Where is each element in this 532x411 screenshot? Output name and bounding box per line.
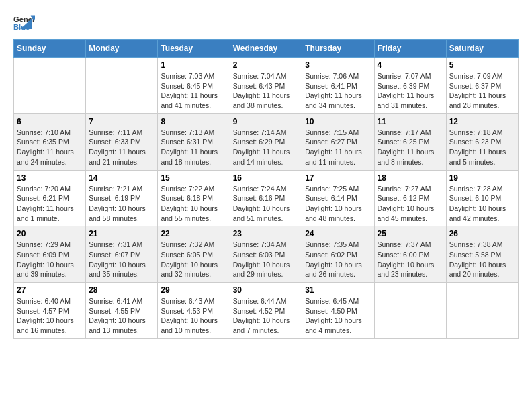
sunrise-text: Sunrise: 7:32 AM — [161, 240, 226, 250]
sunset-text: Sunset: 6:09 PM — [17, 250, 83, 260]
day-number: 23 — [233, 229, 300, 238]
weekday-header-friday: Friday — [374, 40, 446, 58]
day-number: 20 — [17, 229, 83, 238]
daylight-text: Daylight: 10 hours and 26 minutes. — [305, 260, 371, 279]
sunrise-text: Sunrise: 7:03 AM — [161, 71, 226, 81]
sunrise-text: Sunrise: 6:44 AM — [233, 296, 300, 306]
sunset-text: Sunset: 6:10 PM — [449, 193, 515, 203]
sunrise-text: Sunrise: 6:43 AM — [161, 296, 226, 306]
daylight-text: Daylight: 11 hours and 38 minutes. — [233, 91, 300, 110]
sunset-text: Sunset: 6:00 PM — [378, 250, 443, 260]
sunset-text: Sunset: 4:53 PM — [161, 306, 226, 316]
sunset-text: Sunset: 6:19 PM — [89, 193, 154, 203]
sunset-text: Sunset: 6:37 PM — [449, 81, 515, 91]
day-number: 18 — [378, 173, 443, 183]
day-number: 12 — [449, 117, 515, 126]
calendar-cell: 1 Sunrise: 7:03 AM Sunset: 6:45 PM Dayli… — [158, 58, 230, 114]
daylight-text: Daylight: 11 hours and 5 minutes. — [449, 147, 515, 167]
daylight-text: Daylight: 10 hours and 51 minutes. — [233, 203, 300, 223]
sunrise-text: Sunrise: 7:17 AM — [378, 128, 443, 138]
daylight-text: Daylight: 11 hours and 24 minutes. — [17, 147, 83, 167]
daylight-text: Daylight: 10 hours and 55 minutes. — [161, 203, 226, 223]
daylight-text: Daylight: 10 hours and 45 minutes. — [378, 203, 443, 223]
daylight-text: Daylight: 10 hours and 48 minutes. — [305, 203, 371, 223]
calendar-cell: 8 Sunrise: 7:13 AM Sunset: 6:31 PM Dayli… — [158, 113, 230, 170]
sunset-text: Sunset: 6:35 PM — [17, 137, 83, 147]
calendar-cell: 4 Sunrise: 7:07 AM Sunset: 6:39 PM Dayli… — [374, 58, 446, 114]
sunset-text: Sunset: 6:16 PM — [233, 193, 300, 203]
calendar-cell — [14, 58, 86, 114]
calendar-week-row: 13 Sunrise: 7:20 AM Sunset: 6:21 PM Dayl… — [14, 170, 519, 226]
daylight-text: Daylight: 11 hours and 34 minutes. — [305, 91, 371, 110]
calendar-cell: 15 Sunrise: 7:22 AM Sunset: 6:18 PM Dayl… — [158, 170, 230, 226]
day-number: 7 — [89, 117, 154, 126]
day-number: 16 — [233, 173, 300, 183]
daylight-text: Daylight: 10 hours and 13 minutes. — [89, 316, 154, 335]
sunset-text: Sunset: 6:03 PM — [233, 250, 300, 260]
daylight-text: Daylight: 11 hours and 28 minutes. — [449, 91, 515, 110]
day-number: 5 — [449, 60, 515, 70]
sunrise-text: Sunrise: 7:27 AM — [378, 184, 443, 194]
daylight-text: Daylight: 10 hours and 4 minutes. — [305, 316, 371, 335]
day-number: 19 — [449, 173, 515, 183]
sunset-text: Sunset: 6:31 PM — [161, 137, 226, 147]
calendar-cell: 17 Sunrise: 7:25 AM Sunset: 6:14 PM Dayl… — [302, 170, 374, 226]
day-number: 22 — [161, 229, 226, 238]
sunrise-text: Sunrise: 7:29 AM — [17, 240, 83, 250]
sunset-text: Sunset: 4:55 PM — [89, 306, 154, 316]
day-number: 26 — [449, 229, 515, 238]
sunset-text: Sunset: 6:23 PM — [449, 137, 515, 147]
sunset-text: Sunset: 6:25 PM — [378, 137, 443, 147]
sunrise-text: Sunrise: 7:13 AM — [161, 128, 226, 138]
day-number: 8 — [161, 117, 226, 126]
calendar-week-row: 27 Sunrise: 6:40 AM Sunset: 4:57 PM Dayl… — [14, 283, 519, 339]
calendar-cell: 12 Sunrise: 7:18 AM Sunset: 6:23 PM Dayl… — [446, 113, 518, 170]
day-number: 9 — [233, 117, 300, 126]
day-number: 31 — [305, 285, 371, 295]
daylight-text: Daylight: 11 hours and 1 minute. — [17, 203, 83, 223]
calendar-cell: 28 Sunrise: 6:41 AM Sunset: 4:55 PM Dayl… — [86, 283, 158, 339]
weekday-header-tuesday: Tuesday — [158, 40, 230, 58]
sunrise-text: Sunrise: 7:25 AM — [305, 184, 371, 194]
weekday-header-wednesday: Wednesday — [230, 40, 302, 58]
daylight-text: Daylight: 11 hours and 31 minutes. — [378, 91, 443, 110]
calendar-cell: 24 Sunrise: 7:35 AM Sunset: 6:02 PM Dayl… — [302, 226, 374, 283]
day-number: 27 — [17, 285, 83, 295]
calendar-cell: 14 Sunrise: 7:21 AM Sunset: 6:19 PM Dayl… — [86, 170, 158, 226]
sunrise-text: Sunrise: 6:45 AM — [305, 296, 371, 306]
daylight-text: Daylight: 10 hours and 58 minutes. — [89, 203, 154, 223]
calendar-cell — [86, 58, 158, 114]
sunset-text: Sunset: 6:33 PM — [89, 137, 154, 147]
sunrise-text: Sunrise: 7:21 AM — [89, 184, 154, 194]
calendar-week-row: 20 Sunrise: 7:29 AM Sunset: 6:09 PM Dayl… — [14, 226, 519, 283]
sunset-text: Sunset: 6:39 PM — [378, 81, 443, 91]
sunrise-text: Sunrise: 7:31 AM — [89, 240, 154, 250]
sunrise-text: Sunrise: 7:04 AM — [233, 71, 300, 81]
daylight-text: Daylight: 11 hours and 18 minutes. — [161, 147, 226, 167]
sunset-text: Sunset: 6:45 PM — [161, 81, 226, 91]
daylight-text: Daylight: 10 hours and 16 minutes. — [17, 316, 83, 335]
calendar-cell — [446, 283, 518, 339]
day-number: 14 — [89, 173, 154, 183]
sunset-text: Sunset: 6:27 PM — [305, 137, 371, 147]
sunset-text: Sunset: 5:58 PM — [449, 250, 515, 260]
calendar-cell: 11 Sunrise: 7:17 AM Sunset: 6:25 PM Dayl… — [374, 113, 446, 170]
sunrise-text: Sunrise: 7:14 AM — [233, 128, 300, 138]
daylight-text: Daylight: 11 hours and 41 minutes. — [161, 91, 226, 110]
calendar-cell: 13 Sunrise: 7:20 AM Sunset: 6:21 PM Dayl… — [14, 170, 86, 226]
weekday-header-saturday: Saturday — [446, 40, 518, 58]
sunrise-text: Sunrise: 7:38 AM — [449, 240, 515, 250]
day-number: 3 — [305, 60, 371, 70]
day-number: 15 — [161, 173, 226, 183]
day-number: 30 — [233, 285, 300, 295]
sunrise-text: Sunrise: 7:34 AM — [233, 240, 300, 250]
sunrise-text: Sunrise: 6:40 AM — [17, 296, 83, 306]
sunrise-text: Sunrise: 7:35 AM — [305, 240, 371, 250]
daylight-text: Daylight: 10 hours and 10 minutes. — [161, 316, 226, 335]
sunset-text: Sunset: 6:14 PM — [305, 193, 371, 203]
sunset-text: Sunset: 6:02 PM — [305, 250, 371, 260]
calendar-cell: 30 Sunrise: 6:44 AM Sunset: 4:52 PM Dayl… — [230, 283, 302, 339]
sunset-text: Sunset: 6:18 PM — [161, 193, 226, 203]
daylight-text: Daylight: 11 hours and 21 minutes. — [89, 147, 154, 167]
daylight-text: Daylight: 11 hours and 8 minutes. — [378, 147, 443, 167]
